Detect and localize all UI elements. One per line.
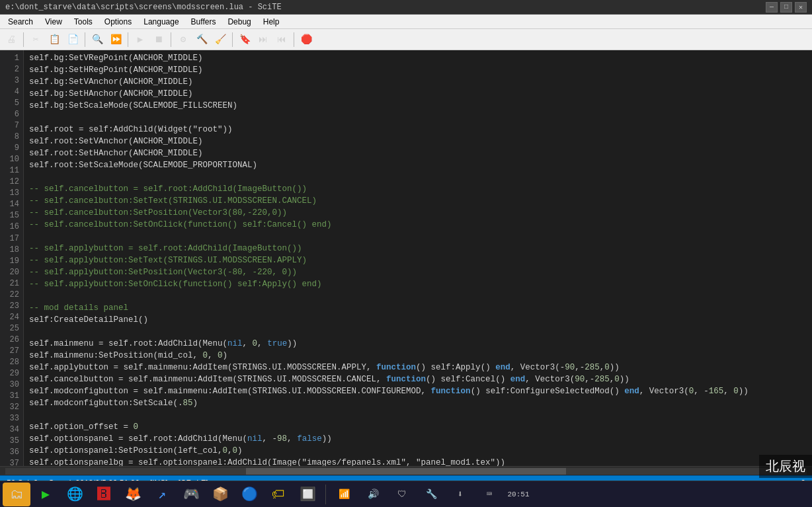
taskbar-input[interactable]: ⌨ (475, 483, 503, 506)
menu-options[interactable]: Options (99, 16, 137, 28)
taskbar-chrome[interactable]: 🔵 (235, 483, 263, 506)
taskbar-yellow[interactable]: 🏷 (264, 483, 292, 506)
toolbar-find-next[interactable]: ⏩ (107, 31, 124, 48)
toolbar-abort[interactable]: 🛑 (298, 31, 315, 48)
toolbar-separator-3 (128, 32, 128, 47)
toolbar-print[interactable]: 🖨 (3, 31, 20, 48)
taskbar-arrow[interactable]: ↗ (148, 483, 176, 506)
toolbar-run[interactable]: ▶ (132, 31, 149, 48)
toolbar-separator-2 (85, 32, 85, 47)
taskbar-speaker[interactable]: 🔊 (359, 483, 387, 506)
editor-container: 1234567891011121314151617181920212223242… (0, 50, 812, 466)
toolbar-next-bookmark[interactable]: ⏭ (255, 31, 272, 48)
menu-language[interactable]: Language (138, 16, 184, 28)
taskbar-tools2[interactable]: 🔧 (417, 483, 445, 506)
title-bar: e:\dont_starve\data\scripts\screens\mods… (0, 0, 812, 15)
window-title: e:\dont_starve\data\scripts\screens\mods… (5, 3, 282, 12)
minimize-button[interactable]: — (766, 2, 778, 13)
taskbar-explorer[interactable]: 🗂 (3, 483, 30, 506)
taskbar-wifi[interactable]: 📶 (330, 483, 358, 506)
code-editor[interactable]: self.bg:SetVRegPoint(ANCHOR_MIDDLE)self.… (24, 50, 812, 466)
taskbar-sep (325, 485, 326, 504)
maximize-button[interactable]: □ (780, 2, 792, 13)
taskbar: 🗂 ▶ 🌐 🅱 🦊 ↗ 🎮 📦 🔵 🏷 🔲 📶 🔊 🛡 🔧 ⬇ ⌨ 20:51 (0, 481, 812, 507)
toolbar-cut[interactable]: ✂ (27, 31, 44, 48)
taskbar-security[interactable]: 🛡 (388, 483, 416, 506)
toolbar-separator-5 (232, 32, 233, 47)
watermark: 北辰视 (759, 455, 812, 478)
toolbar-clean[interactable]: 🧹 (212, 31, 229, 48)
menu-debug[interactable]: Debug (222, 16, 256, 28)
menu-tools[interactable]: Tools (69, 16, 98, 28)
taskbar-baidu[interactable]: 🅱 (90, 483, 118, 506)
menubar: Search View Tools Options Language Buffe… (0, 15, 812, 29)
toolbar-copy[interactable]: 📋 (46, 31, 63, 48)
toolbar-separator-1 (23, 32, 24, 47)
toolbar-find[interactable]: 🔍 (89, 31, 106, 48)
taskbar-media[interactable]: ▶ (32, 483, 60, 506)
menu-buffers[interactable]: Buffers (186, 16, 222, 28)
taskbar-game[interactable]: 🎮 (177, 483, 205, 506)
toolbar-bookmark[interactable]: 🔖 (236, 31, 253, 48)
toolbar-separator-6 (294, 32, 294, 47)
taskbar-green2[interactable]: 🔲 (294, 483, 321, 506)
toolbar-stop[interactable]: ⏹ (150, 31, 167, 48)
taskbar-firefox[interactable]: 🦊 (119, 483, 147, 506)
window-controls[interactable]: — □ ✕ (766, 2, 807, 13)
menu-search[interactable]: Search (3, 16, 38, 28)
menu-view[interactable]: View (40, 16, 67, 28)
toolbar-prev-bookmark[interactable]: ⏮ (273, 31, 290, 48)
close-button[interactable]: ✕ (795, 2, 807, 13)
toolbar: 🖨 ✂ 📋 📄 🔍 ⏩ ▶ ⏹ ⚙ 🔨 🧹 🔖 ⏭ ⏮ 🛑 (0, 29, 812, 50)
taskbar-clock[interactable]: 20:51 (505, 483, 532, 506)
toolbar-compile[interactable]: ⚙ (175, 31, 192, 48)
hscroll-thumb[interactable] (246, 468, 567, 475)
toolbar-paste[interactable]: 📄 (64, 31, 81, 48)
toolbar-separator-4 (171, 32, 171, 47)
horizontal-scrollbar[interactable] (0, 466, 812, 475)
taskbar-update[interactable]: ⬇ (446, 483, 474, 506)
line-numbers: 1234567891011121314151617181920212223242… (0, 50, 24, 466)
menu-help[interactable]: Help (258, 16, 285, 28)
toolbar-build[interactable]: 🔨 (193, 31, 210, 48)
taskbar-green[interactable]: 📦 (206, 483, 234, 506)
taskbar-ie[interactable]: 🌐 (61, 483, 89, 506)
hscroll-track[interactable] (5, 468, 807, 475)
